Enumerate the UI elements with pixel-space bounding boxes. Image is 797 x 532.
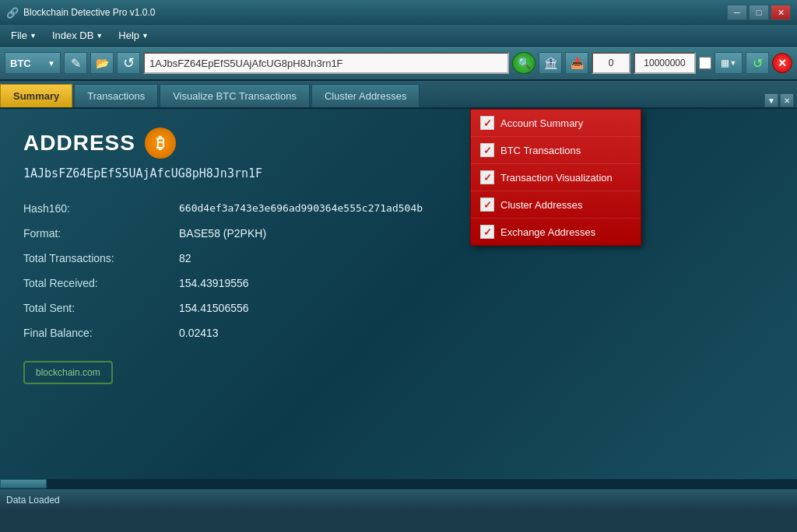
- import-button[interactable]: 📥: [565, 52, 588, 74]
- title-bar: 🔗 Blockchain Detective Pro v1.0.0 ─ □ ✕: [0, 0, 797, 25]
- num-to-input[interactable]: [634, 52, 696, 74]
- search-icon: 🔍: [518, 57, 531, 69]
- dropdown-item-btc-transactions[interactable]: ✓ BTC Transactions: [471, 137, 641, 164]
- total-sent-value: 154.41506556: [179, 296, 774, 320]
- checkbox-account-summary[interactable]: ✓: [480, 116, 494, 130]
- refresh2-button[interactable]: ↺: [746, 52, 769, 74]
- dropdown-item-account-summary[interactable]: ✓ Account Summary: [471, 110, 641, 137]
- checkbox-cluster-addresses[interactable]: ✓: [480, 198, 494, 212]
- tab-close-button[interactable]: ✕: [780, 93, 794, 107]
- coin-info-button[interactable]: 🏦: [539, 52, 562, 74]
- load-icon: 📂: [96, 57, 109, 69]
- tab-pin-button[interactable]: ▼: [764, 93, 778, 107]
- import-icon: 📥: [571, 57, 584, 69]
- coin-info-icon: 🏦: [544, 57, 557, 69]
- menu-help-arrow: ▼: [142, 32, 149, 40]
- menu-indexdb[interactable]: Index DB ▼: [44, 26, 111, 44]
- scroll-track[interactable]: [0, 479, 797, 488]
- format-label: Format:: [23, 221, 179, 246]
- main-content: ADDRESS ₿ 1AJbsFZ64EpEfS5UAjAfcUG8pH8Jn3…: [0, 109, 797, 510]
- tab-visualize[interactable]: Visualize BTC Transactions: [160, 84, 310, 107]
- tab-summary[interactable]: Summary: [0, 84, 72, 107]
- menu-indexdb-arrow: ▼: [96, 32, 103, 40]
- dropdown-item-exchange-addresses[interactable]: ✓ Exchange Addresses: [471, 219, 641, 245]
- filter-checkbox[interactable]: [699, 57, 711, 69]
- minimize-button[interactable]: ─: [727, 5, 747, 20]
- close-button[interactable]: ✕: [771, 5, 791, 20]
- columns-button[interactable]: ▦ ▼: [714, 52, 743, 74]
- columns-icon: ▦: [721, 58, 729, 68]
- coin-selector[interactable]: BTC ▼: [5, 52, 61, 74]
- window-controls: ─ □ ✕: [727, 5, 791, 20]
- final-balance-value: 0.02413: [179, 320, 774, 345]
- address-header: ADDRESS ₿: [23, 128, 774, 159]
- search-button[interactable]: 🔍: [512, 52, 535, 74]
- address-display: 1AJbsFZ64EpEfS5UAjAfcUG8pH8Jn3rn1F: [23, 166, 774, 180]
- menu-bar: File ▼ Index DB ▼ Help ▼: [0, 25, 797, 47]
- tabs-bar: Summary Transactions Visualize BTC Trans…: [0, 81, 797, 109]
- data-table: Hash160: 660d4ef3a743e3e696ad990364e555c…: [23, 196, 774, 345]
- menu-file-arrow: ▼: [30, 32, 37, 40]
- toolbar-refresh-icon: ↺: [123, 54, 135, 72]
- total-tx-label: Total Transactions:: [23, 246, 179, 271]
- dropdown-menu: ✓ Account Summary ✓ BTC Transactions ✓ T…: [470, 109, 641, 246]
- edit-button[interactable]: ✎: [64, 52, 87, 74]
- coin-arrow-icon: ▼: [47, 59, 55, 68]
- menu-help[interactable]: Help ▼: [111, 26, 156, 44]
- tab-controls: ▼ ✕: [764, 93, 797, 107]
- total-received-value: 154.43919556: [179, 271, 774, 296]
- scroll-thumb[interactable]: [0, 479, 47, 488]
- checkbox-tx-visualization[interactable]: ✓: [480, 170, 494, 184]
- maximize-button[interactable]: □: [749, 5, 769, 20]
- menu-file[interactable]: File ▼: [3, 26, 44, 44]
- status-text: Data Loaded: [6, 495, 60, 506]
- blockchain-link-button[interactable]: blockchain.com: [23, 361, 113, 384]
- coin-label: BTC: [10, 58, 31, 69]
- load-button[interactable]: 📂: [90, 52, 114, 74]
- tab-transactions[interactable]: Transactions: [74, 84, 158, 107]
- final-balance-label: Final Balance:: [23, 320, 179, 345]
- checkbox-exchange-addresses[interactable]: ✓: [480, 225, 494, 239]
- edit-icon: ✎: [71, 56, 81, 71]
- status-bar: Data Loaded: [0, 488, 797, 510]
- toolbar-refresh-button[interactable]: ↺: [117, 52, 140, 74]
- tab-cluster[interactable]: Cluster Addresses: [311, 84, 420, 107]
- app-icon: 🔗: [6, 6, 19, 19]
- columns-arrow-icon: ▼: [730, 59, 737, 67]
- clear-icon: ✕: [778, 57, 787, 69]
- hash160-label: Hash160:: [23, 196, 179, 221]
- address-label: ADDRESS: [23, 131, 135, 156]
- total-tx-value: 82: [179, 246, 774, 271]
- app-title: Blockchain Detective Pro v1.0.0: [23, 7, 727, 18]
- address-input[interactable]: [143, 52, 509, 74]
- total-sent-label: Total Sent:: [23, 296, 179, 320]
- toolbar: BTC ▼ ✎ 📂 ↺ 🔍 🏦 📥 ▦ ▼ ↺ ✕: [0, 47, 797, 81]
- clear-button[interactable]: ✕: [772, 53, 792, 73]
- total-received-label: Total Received:: [23, 271, 179, 296]
- btc-icon: ₿: [145, 128, 176, 159]
- checkbox-btc-transactions[interactable]: ✓: [480, 143, 494, 157]
- dropdown-item-cluster-addresses[interactable]: ✓ Cluster Addresses: [471, 191, 641, 219]
- refresh2-icon: ↺: [753, 56, 763, 71]
- num-from-input[interactable]: [592, 52, 630, 74]
- dropdown-item-tx-visualization[interactable]: ✓ Transaction Visualization: [471, 164, 641, 191]
